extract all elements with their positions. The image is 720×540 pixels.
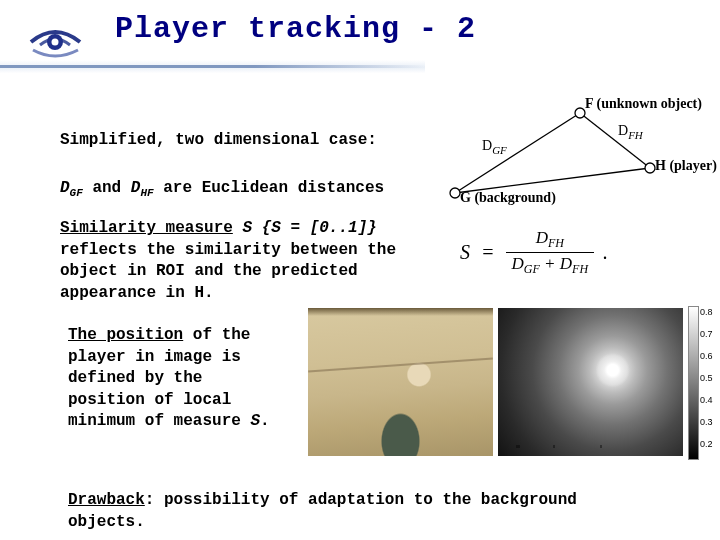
var-D1: D [60,179,70,197]
text-similarity-desc: reflects the similarity between the obje… [60,241,396,302]
label-H: H (player) [655,158,717,174]
sub-gf: GF [70,187,83,199]
similarity-formula: S = DFH DGF + DFH . [460,228,608,278]
player-photo [308,308,493,456]
var-S: S [250,412,260,430]
text-drawback-desc: : possibility of adaptation to the backg… [68,491,577,531]
svg-point-6 [575,108,585,118]
similarity-heatmap [498,308,683,456]
eye-logo [28,18,83,58]
label-G: G (background) [460,190,556,206]
label-drawback: Drawback [68,491,145,509]
sub-hf: HF [140,187,153,199]
paragraph-simplified: Simplified, two dimensional case: [60,130,440,152]
label-position: The position [68,326,183,344]
paragraph-similarity: Similarity measure S {S = [0..1]} reflec… [60,218,420,304]
formula-period: . [603,241,608,264]
label-DGF: DGF [482,138,507,156]
paragraph-distances: DGF and DHF are Euclidean distances [60,178,440,201]
text-euclidean: are Euclidean distances [154,179,384,197]
label-similarity: Similarity measure [60,219,233,237]
paragraph-drawback: Drawback: possibility of adaptation to t… [68,490,648,533]
text-period: . [260,412,270,430]
paragraph-position: The position of the player in image is d… [68,325,288,433]
svg-point-1 [52,39,59,46]
formula-fraction: DFH DGF + DFH [506,228,595,278]
triangle-diagram: F (unknown object) H (player) G (backgro… [430,98,690,208]
var-S-range: S {S = [0..1]} [233,219,377,237]
text-and: and [83,179,131,197]
formula-eq: = [481,241,495,264]
var-D2: D [131,179,141,197]
label-DFH: DFH [618,123,643,141]
heatmap-colorbar [688,306,699,460]
svg-point-5 [450,188,460,198]
svg-line-2 [455,113,580,193]
label-F: F (unknown object) [585,96,702,112]
title-underline-glow [0,60,425,78]
formula-S: S [460,241,470,264]
svg-point-7 [645,163,655,173]
title-underline [0,65,425,68]
slide-title: Player tracking - 2 [115,12,476,46]
